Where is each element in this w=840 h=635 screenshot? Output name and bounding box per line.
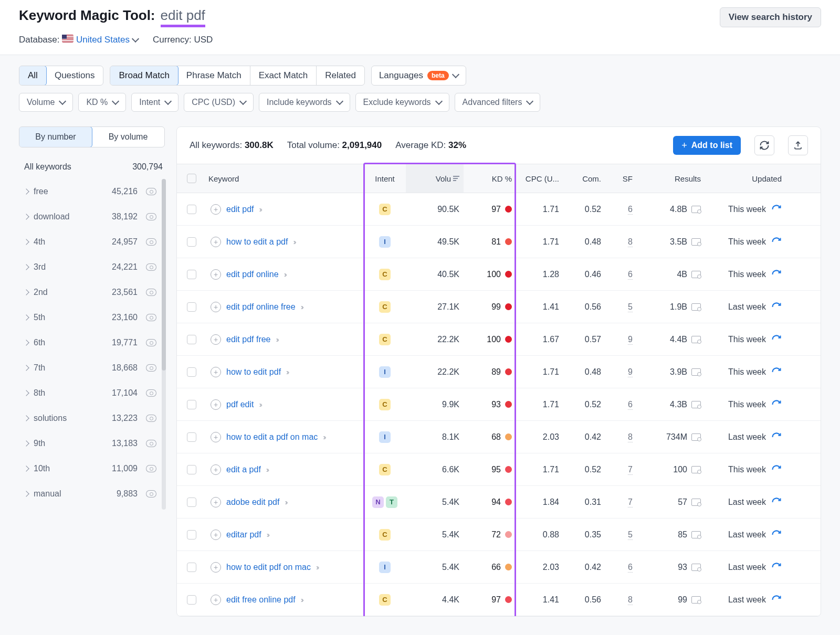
refresh-icon[interactable] [771,237,782,247]
serp-icon[interactable] [691,433,701,441]
col-results[interactable]: Results [637,174,705,183]
add-keyword-icon[interactable]: + [211,334,221,345]
add-keyword-icon[interactable]: + [211,497,221,507]
row-checkbox[interactable] [187,595,196,605]
eye-icon[interactable] [146,188,156,195]
keyword-link[interactable]: edit pdf [226,205,254,214]
chevron-right-icon[interactable]: ›› [323,433,324,441]
add-keyword-icon[interactable]: + [211,399,221,410]
row-checkbox[interactable] [187,335,196,344]
sidebar-item-6th[interactable]: 6th19,771 [19,330,165,355]
eye-icon[interactable] [146,289,156,296]
serp-icon[interactable] [691,303,701,311]
tab-broad-match[interactable]: Broad Match [110,66,178,86]
col-com[interactable]: Com. [563,174,605,183]
serp-icon[interactable] [691,466,701,473]
keyword-link[interactable]: how to edit pdf on mac [226,563,311,572]
col-cpc[interactable]: CPC (U... [516,174,563,183]
sidebar-all-label[interactable]: All keywords [24,162,71,172]
filter-volume[interactable]: Volume [19,93,73,112]
sidebar-item-8th[interactable]: 8th17,104 [19,380,165,406]
eye-icon[interactable] [146,364,156,372]
keyword-link[interactable]: how to edit pdf [226,367,281,377]
keyword-link[interactable]: edit a pdf [226,465,261,474]
filter-include-keywords[interactable]: Include keywords [259,93,350,112]
serp-icon[interactable] [691,596,701,604]
filter-advanced-filters[interactable]: Advanced filters [455,93,541,112]
chevron-right-icon[interactable]: ›› [301,596,302,604]
serp-icon[interactable] [691,238,701,246]
chevron-right-icon[interactable]: ›› [286,368,288,376]
refresh-icon[interactable] [771,334,782,345]
row-checkbox[interactable] [187,205,196,214]
add-keyword-icon[interactable]: + [211,595,221,605]
eye-icon[interactable] [146,440,156,447]
add-keyword-icon[interactable]: + [211,432,221,442]
export-button[interactable] [788,135,808,155]
refresh-icon[interactable] [771,367,782,377]
serp-icon[interactable] [691,564,701,571]
refresh-icon[interactable] [771,497,782,507]
tab-questions[interactable]: Questions [46,66,103,85]
serp-icon[interactable] [691,336,701,343]
keyword-link[interactable]: how to edit a pdf on mac [226,432,318,442]
row-checkbox[interactable] [187,302,196,312]
sidebar-item-manual[interactable]: manual9,883 [19,481,165,506]
serp-icon[interactable] [691,531,701,538]
eye-icon[interactable] [146,238,156,246]
row-checkbox[interactable] [187,530,196,539]
add-keyword-icon[interactable]: + [211,204,221,215]
filter-cpc-usd-[interactable]: CPC (USD) [184,93,254,112]
eye-icon[interactable] [146,314,156,321]
chevron-right-icon[interactable]: ›› [285,498,286,506]
refresh-icon[interactable] [771,399,782,410]
add-keyword-icon[interactable]: + [211,464,221,475]
chevron-right-icon[interactable]: ›› [266,465,268,474]
keyword-link[interactable]: edit pdf online free [226,302,296,312]
eye-icon[interactable] [146,490,156,498]
refresh-icon[interactable] [771,269,782,280]
col-kd[interactable]: KD % [464,174,516,183]
chevron-right-icon[interactable]: ›› [267,531,268,539]
view-history-button[interactable]: View search history [720,7,821,27]
sidebar-item-3rd[interactable]: 3rd24,221 [19,255,165,280]
tab-exact-match[interactable]: Exact Match [250,66,317,85]
row-checkbox[interactable] [187,563,196,572]
keyword-link[interactable]: how to edit a pdf [226,237,288,247]
keyword-link[interactable]: edit pdf online [226,270,279,279]
languages-dropdown[interactable]: Languages beta [371,66,466,86]
keyword-link[interactable]: edit pdf free [226,335,271,344]
serp-icon[interactable] [691,271,701,278]
eye-icon[interactable] [146,415,156,422]
add-to-list-button[interactable]: +Add to list [673,136,741,155]
refresh-icon[interactable] [771,432,782,442]
eye-icon[interactable] [146,339,156,346]
refresh-icon[interactable] [771,204,782,215]
add-keyword-icon[interactable]: + [211,237,221,247]
eye-icon[interactable] [146,465,156,472]
col-intent[interactable]: Intent [364,174,406,183]
add-keyword-icon[interactable]: + [211,367,221,377]
keyword-link[interactable]: edit free online pdf [226,595,296,605]
col-sf[interactable]: SF [605,174,637,183]
chevron-right-icon[interactable]: ›› [259,400,260,409]
refresh-icon[interactable] [771,595,782,605]
refresh-icon[interactable] [771,302,782,312]
serp-icon[interactable] [691,206,701,213]
refresh-icon[interactable] [771,530,782,540]
filter-kd-[interactable]: KD % [78,93,126,112]
filter-intent[interactable]: Intent [131,93,178,112]
tab-related[interactable]: Related [317,66,364,85]
chevron-right-icon[interactable]: ›› [293,238,295,246]
select-all-checkbox[interactable] [187,174,196,183]
sidebar-scrollbar[interactable] [162,179,166,510]
keyword-link[interactable]: editar pdf [226,530,261,539]
chevron-right-icon[interactable]: ›› [316,563,318,572]
chevron-right-icon[interactable]: ›› [301,303,302,311]
sidebar-item-7th[interactable]: 7th18,668 [19,355,165,380]
serp-icon[interactable] [691,401,701,408]
database-selector[interactable]: Database: United States [19,35,138,45]
add-keyword-icon[interactable]: + [211,302,221,312]
chevron-right-icon[interactable]: ›› [284,270,286,279]
sidebar-toggle-by-volume[interactable]: By volume [92,127,164,147]
